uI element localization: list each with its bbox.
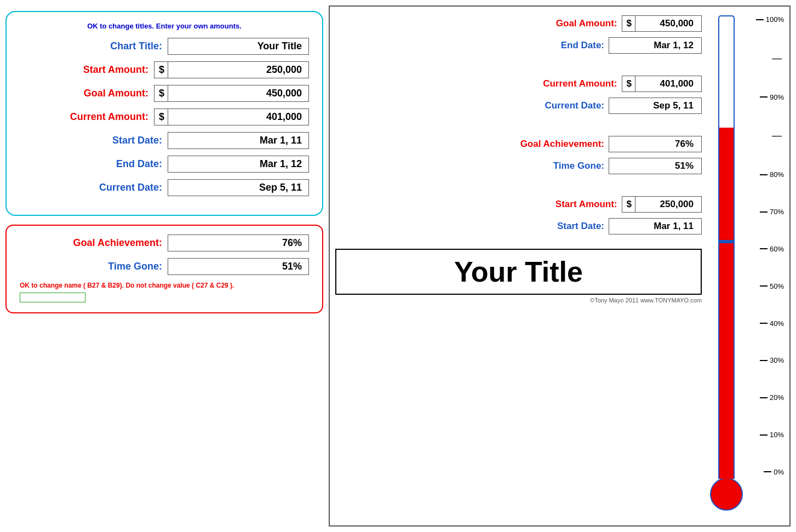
achieve-green-input[interactable] bbox=[20, 293, 85, 302]
end-date-input[interactable] bbox=[168, 156, 309, 173]
tick-60 bbox=[760, 248, 768, 249]
thermo-scale: 100% — 90% — 80% 70% 60% 50% bbox=[754, 15, 784, 476]
scale-30: 30% bbox=[760, 356, 784, 364]
right-goal-achievement-row: Goal Achievement: 76% bbox=[335, 136, 702, 152]
right-goal-amount-group: $ 450,000 bbox=[622, 15, 702, 32]
right-goal-dollar: $ bbox=[622, 16, 635, 31]
tick-80 bbox=[760, 174, 768, 175]
right-content: Goal Amount: $ 450,000 End Date: Mar 1, … bbox=[335, 15, 702, 520]
goal-amount-dollar: $ bbox=[154, 85, 168, 101]
goal-amount-input[interactable] bbox=[168, 85, 308, 101]
thermo-red-fill bbox=[719, 128, 734, 479]
right-title-box: Your Title bbox=[335, 249, 702, 295]
current-amount-label: Current Amount: bbox=[55, 111, 148, 123]
label-100: 100% bbox=[766, 15, 784, 24]
right-title-text: Your Title bbox=[454, 256, 583, 288]
left-time-gone-input[interactable] bbox=[168, 258, 309, 275]
right-current-date-label: Current Date: bbox=[495, 100, 604, 111]
right-goal-amount-label: Goal Amount: bbox=[508, 18, 617, 29]
label-0: 0% bbox=[774, 468, 784, 476]
start-date-row: Start Date: bbox=[20, 132, 309, 149]
chart-title-row: Chart Title: bbox=[20, 38, 309, 55]
goal-amount-row: Goal Amount: $ bbox=[20, 85, 309, 102]
right-panel: Goal Amount: $ 450,000 End Date: Mar 1, … bbox=[329, 5, 791, 527]
current-amount-input[interactable] bbox=[168, 109, 308, 125]
tick-100 bbox=[756, 19, 764, 20]
scale-90: 90% bbox=[760, 93, 784, 101]
right-goal-achievement-label: Goal Achievement: bbox=[495, 139, 604, 150]
left-goal-achievement-input[interactable] bbox=[168, 234, 309, 251]
start-date-label: Start Date: bbox=[69, 135, 162, 146]
label-30: 30% bbox=[770, 356, 784, 364]
scale-80: 80% bbox=[760, 170, 784, 179]
right-time-gone-row: Time Gone: 51% bbox=[335, 158, 702, 174]
label-10: 10% bbox=[770, 431, 784, 439]
scale-20: 20% bbox=[760, 393, 784, 402]
right-end-date-value: Mar 1, 12 bbox=[609, 37, 702, 54]
scale-0: 0% bbox=[764, 468, 784, 476]
current-amount-dollar: $ bbox=[154, 109, 168, 125]
right-time-gone-value: 51% bbox=[609, 158, 702, 174]
left-time-gone-label: Time Gone: bbox=[69, 261, 162, 272]
scale-60: 60% bbox=[760, 245, 784, 253]
right-start-amount-group: $ 250,000 bbox=[622, 196, 702, 213]
start-amount-label: Start Amount: bbox=[55, 64, 148, 76]
tick-70 bbox=[760, 211, 768, 213]
start-amount-row: Start Amount: $ bbox=[20, 61, 309, 78]
scale-40: 40% bbox=[760, 319, 784, 328]
right-start-amount-label: Start Amount: bbox=[508, 199, 617, 210]
right-start-amount-row: Start Amount: $ 250,000 bbox=[335, 196, 702, 213]
scale-80-dash: — bbox=[772, 130, 784, 141]
thermometer-area: 100% — 90% — 80% 70% 60% 50% bbox=[707, 15, 784, 520]
copyright-text: ©Tony Mayo 2011 www.TONYMAYO.com bbox=[335, 297, 702, 304]
label-70: 70% bbox=[770, 208, 784, 216]
chart-title-label: Chart Title: bbox=[69, 41, 162, 52]
right-start-date-value: Mar 1, 11 bbox=[609, 218, 702, 234]
right-goal-amount-row: Goal Amount: $ 450,000 bbox=[335, 15, 702, 32]
current-amount-row: Current Amount: $ bbox=[20, 108, 309, 125]
right-start-date-label: Start Date: bbox=[495, 221, 604, 232]
right-current-dollar: $ bbox=[622, 76, 635, 91]
right-end-date-label: End Date: bbox=[495, 40, 604, 51]
right-current-amount-group: $ 401,000 bbox=[622, 76, 702, 92]
left-goal-achievement-label: Goal Achievement: bbox=[69, 237, 162, 249]
goal-amount-group: $ bbox=[154, 85, 309, 102]
current-amount-group: $ bbox=[154, 108, 309, 125]
label-20: 20% bbox=[770, 393, 784, 402]
label-80: 80% bbox=[770, 170, 784, 179]
start-date-input[interactable] bbox=[168, 132, 309, 149]
tick-0 bbox=[764, 471, 771, 472]
thermometer bbox=[713, 15, 740, 520]
tick-20 bbox=[760, 397, 768, 398]
achieve-note: OK to change name ( B27 & B29). Do not c… bbox=[20, 282, 309, 289]
achieve-note-blue: OK to change name ( B27 & B29). bbox=[20, 282, 124, 289]
achievement-box: Goal Achievement: Time Gone: OK to chang… bbox=[5, 225, 323, 313]
label-50: 50% bbox=[770, 282, 784, 290]
end-date-row: End Date: bbox=[20, 156, 309, 173]
start-amount-input[interactable] bbox=[168, 62, 308, 78]
scale-50: 50% bbox=[760, 282, 784, 290]
achieve-note-red: Do not change value ( C27 & C29 ). bbox=[125, 282, 234, 289]
right-current-amount-row: Current Amount: $ 401,000 bbox=[335, 76, 702, 92]
thermo-blue-marker bbox=[719, 240, 734, 243]
tick-90 bbox=[760, 96, 768, 98]
current-date-label: Current Date: bbox=[69, 182, 162, 193]
right-current-date-value: Sep 5, 11 bbox=[609, 98, 702, 114]
label-40: 40% bbox=[770, 319, 784, 328]
tick-30 bbox=[760, 360, 768, 361]
thermo-bulb bbox=[710, 478, 743, 511]
label-60: 60% bbox=[770, 245, 784, 253]
current-date-input[interactable] bbox=[168, 179, 309, 196]
left-time-gone-row: Time Gone: bbox=[20, 258, 309, 275]
start-amount-group: $ bbox=[154, 61, 309, 78]
goal-amount-label: Goal Amount: bbox=[55, 88, 148, 99]
instruction-text: OK to change titles. Enter your own amou… bbox=[20, 22, 309, 30]
chart-title-input[interactable] bbox=[168, 38, 309, 55]
right-current-amount-label: Current Amount: bbox=[508, 78, 617, 89]
right-start-amount-value: 250,000 bbox=[635, 197, 701, 212]
scale-70: 70% bbox=[760, 208, 784, 216]
right-current-date-row: Current Date: Sep 5, 11 bbox=[335, 98, 702, 114]
right-time-gone-label: Time Gone: bbox=[495, 161, 604, 171]
thermo-tube bbox=[718, 15, 735, 479]
right-goal-achievement-value: 76% bbox=[609, 136, 702, 152]
